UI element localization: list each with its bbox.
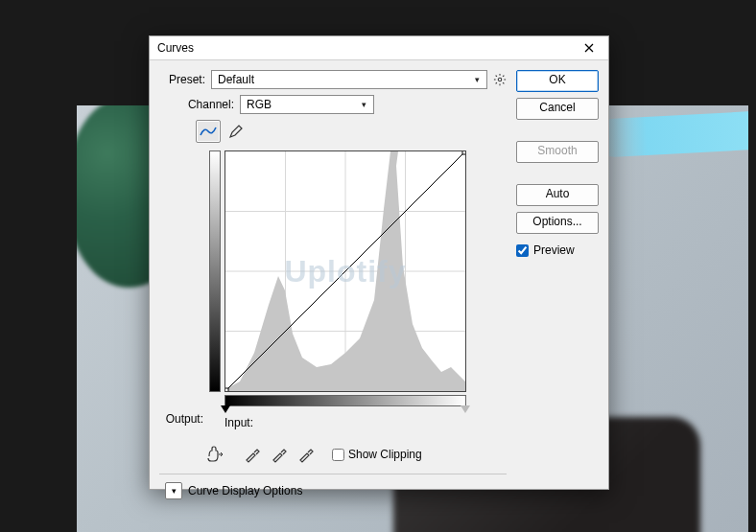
auto-button[interactable]: Auto [516,184,599,206]
white-point-eyedropper[interactable] [297,446,315,463]
black-point-slider[interactable] [221,405,230,413]
output-label: Output: [166,412,203,426]
curve-handle-highlight[interactable] [462,151,465,154]
preview-checkbox[interactable]: Preview [516,243,599,257]
pencil-tool-button[interactable] [224,121,248,142]
svg-line-8 [496,82,497,83]
watermark: Uplotify [284,254,406,289]
smooth-button[interactable]: Smooth [516,141,599,163]
output-gradient[interactable] [209,150,221,392]
pencil-icon [228,124,244,139]
on-image-adjust-button[interactable] [205,445,226,464]
input-gradient[interactable] [224,395,466,406]
gear-icon [493,73,507,86]
gray-point-eyedropper[interactable] [271,446,288,463]
chevron-down-icon: ▾ [357,100,370,109]
svg-point-0 [498,78,502,81]
show-clipping-input[interactable] [332,449,344,461]
ok-button[interactable]: OK [516,70,599,92]
display-options-label: Curve Display Options [188,484,302,497]
chevrons-down-icon: ▾ [172,486,177,496]
svg-line-6 [503,82,504,83]
close-button[interactable] [574,38,604,58]
show-clipping-checkbox[interactable]: Show Clipping [332,448,422,461]
preset-menu-button[interactable] [493,73,507,86]
preview-label: Preview [533,243,575,257]
curves-dialog: Curves Preset: Default ▾ [149,35,609,490]
display-options-toggle[interactable]: ▾ [165,482,182,499]
preset-label: Preset: [159,73,205,86]
cancel-button[interactable]: Cancel [516,98,599,120]
channel-dropdown[interactable]: RGB ▾ [240,95,374,114]
channel-label: Channel: [184,98,234,111]
curve-tool-button[interactable] [196,120,221,143]
options-button[interactable]: Options... [516,212,599,234]
white-point-slider[interactable] [461,405,470,413]
svg-line-5 [496,76,497,77]
bg-cyan-strip [594,110,748,157]
input-label: Input: [224,416,253,429]
dialog-title: Curves [157,41,194,55]
black-point-eyedropper[interactable] [244,446,261,463]
show-clipping-label: Show Clipping [348,448,422,461]
channel-value: RGB [245,98,357,111]
curve-icon [200,125,217,138]
curves-graph[interactable]: Uplotify [224,150,466,392]
preview-input[interactable] [516,244,529,257]
chevron-down-icon: ▾ [470,75,484,84]
close-icon [584,43,594,53]
curve-handle-shadow[interactable] [225,388,228,391]
preset-dropdown[interactable]: Default ▾ [211,70,487,89]
svg-line-7 [503,76,504,77]
titlebar[interactable]: Curves [150,36,608,60]
preset-value: Default [216,73,470,86]
